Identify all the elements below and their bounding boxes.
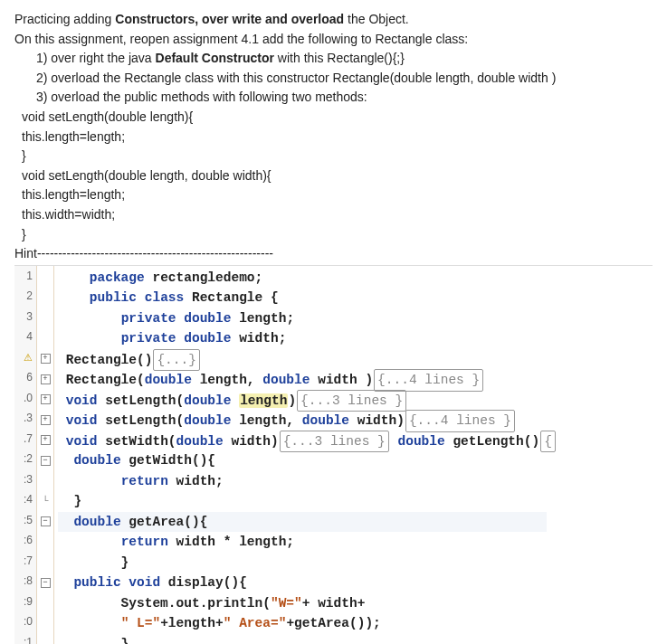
code-line: private double length; [58,308,557,329]
line-number: .3 [16,410,33,431]
code-line: package rectangledemo; [58,268,557,289]
fold-cell [39,532,52,553]
line-number: .7 [16,431,33,451]
warning-icon: ⚠ [24,352,33,363]
plus-icon: + [41,374,51,384]
plus-icon: + [41,435,51,445]
line-number-gutter: 1 2 3 4 ⚠ 6 .0 .3 .7 :2 :3 :4 :5 :6 :7 :… [14,266,37,644]
instruction-item: 3) overload the public methods with foll… [36,89,653,107]
fold-cell [39,553,52,573]
instruction-item: 2) overload the Rectangle class with thi… [36,70,653,88]
folded-block[interactable]: {...4 lines } [374,369,483,391]
plus-icon: + [41,394,51,404]
code-line: public class Rectangle { [58,288,557,308]
fold-cell [39,328,52,349]
line-number: :1 [16,634,33,644]
fold-collapse[interactable]: − [39,450,52,471]
fold-expand[interactable]: + [39,369,52,390]
line-number: :7 [16,553,33,573]
code-line: } [58,553,557,573]
code-line: return width * length; [58,532,557,553]
hint-divider: Hint------------------------------------… [14,245,653,263]
code-snippet: this.length=length; [22,128,653,147]
fold-cell [39,288,52,308]
code-line: } [58,634,557,644]
highlighted-word: length [239,393,288,408]
code-line: } [58,491,557,512]
code-line: Rectangle(){...} [58,349,557,370]
line-number: :0 [16,613,33,634]
code-line: void setLength(double length){...3 lines… [58,390,557,411]
folded-block[interactable]: {...4 lines } [405,410,515,431]
code-line: void setLength(double length, double wid… [58,410,557,431]
fold-expand[interactable]: + [39,410,52,431]
fold-column: + + + + + − └ − − └ [37,266,54,644]
code-snippet: void setLength(double length, double wid… [22,167,653,185]
line-number: :3 [16,471,33,492]
fold-cell [39,634,52,644]
line-marker: ⚠ [16,349,33,370]
line-number: :2 [16,450,33,471]
line-number: 3 [16,308,33,329]
plus-icon: + [41,354,51,364]
fold-collapse[interactable]: − [39,512,52,533]
minus-icon: − [41,516,51,526]
code-snippet: } [22,147,653,166]
code-snippet: this.length=length; [22,186,653,204]
fold-cell [39,308,52,329]
code-line: private double width; [58,328,557,349]
line-number: :5 [16,512,33,533]
fold-expand[interactable]: + [39,390,52,411]
instruction-item: 1) over right the java Default Construct… [36,50,653,68]
fold-expand[interactable]: + [39,431,52,451]
code-snippet: this.width=width; [22,206,653,224]
code-line: System.out.println("W="+ width+ [58,593,557,614]
line-number: :9 [16,593,33,614]
code-line: Rectangle(double length, double width ){… [58,369,557,390]
code-area[interactable]: package rectangledemo; public class Rect… [54,266,560,644]
line-number: :4 [16,491,33,512]
code-snippet: void setLength(double length){ [22,109,653,127]
folded-block[interactable]: { [540,431,556,452]
code-line: public void display(){ [58,573,557,593]
line-number: :8 [16,573,33,593]
folded-block[interactable]: {...} [153,349,200,371]
instruction-line: On this assignment, reopen assignment 4.… [14,31,653,49]
code-line: double getArea(){ [58,512,557,533]
fold-collapse[interactable]: − [39,573,52,593]
instruction-title: Practicing adding Constructors, over wri… [14,11,653,29]
fold-end: └ [39,491,52,512]
line-number: :6 [16,532,33,553]
line-number: 4 [16,328,33,349]
minus-icon: − [41,456,51,466]
fold-cell [39,268,52,289]
fold-cell [39,593,52,614]
line-number: .0 [16,390,33,411]
folded-block[interactable]: {...3 lines } [280,431,389,452]
code-line: double getWidth(){ [58,450,557,471]
fold-cell [39,613,52,634]
folded-block[interactable]: {...3 lines } [297,390,406,412]
assignment-instructions: Practicing adding Constructors, over wri… [14,11,653,263]
plus-icon: + [41,415,51,425]
code-line: " L="+length+" Area="+getArea()); [58,613,557,634]
code-line: void setWidth(double width){...3 lines }… [58,431,557,451]
fold-cell [39,471,52,492]
code-line: return width; [58,471,557,492]
line-number: 6 [16,369,33,390]
minus-icon: − [41,578,51,588]
line-number: 1 [16,268,33,289]
line-number: 2 [16,288,33,308]
fold-expand[interactable]: + [39,349,52,370]
code-editor: 1 2 3 4 ⚠ 6 .0 .3 .7 :2 :3 :4 :5 :6 :7 :… [14,265,653,644]
code-snippet: } [22,226,653,244]
